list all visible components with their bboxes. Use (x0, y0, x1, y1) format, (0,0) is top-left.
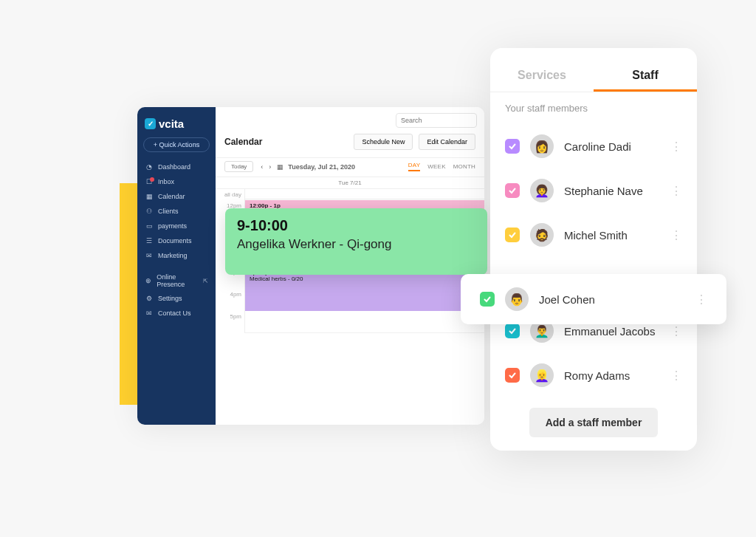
all-day-label: all day (216, 189, 245, 200)
brand: ✓ vcita (143, 117, 210, 130)
sidebar-item-label: Calendar (158, 193, 185, 200)
globe-icon: ⊕ (145, 276, 152, 285)
today-button[interactable]: Today (224, 161, 253, 172)
featured-event-card[interactable]: 9-10:00 Angelika Werkner - Qi-gong (225, 208, 487, 275)
external-link-icon: ⇱ (203, 278, 208, 284)
view-tab-day[interactable]: DAY (408, 162, 420, 171)
sidebar-item-label: Marketing (158, 252, 188, 259)
schedule-new-button[interactable]: Schedule New (354, 134, 413, 150)
checkbox-icon[interactable] (505, 139, 520, 154)
card-icon: ▭ (145, 222, 154, 230)
current-date-label: Tuesday, Jul 21, 2020 (288, 163, 355, 171)
prev-day-button[interactable]: ‹ (258, 163, 266, 171)
staff-name: Caroline Dadi (564, 140, 660, 153)
staff-subtitle: Your staff members (505, 103, 682, 114)
sidebar-item-marketing[interactable]: ✉ Marketing (143, 248, 210, 263)
sidebar-item-settings[interactable]: ⚙ Settings (143, 291, 210, 306)
page-title: Calendar (224, 137, 262, 147)
tab-services[interactable]: Services (490, 64, 594, 92)
view-tab-week[interactable]: WEEK (427, 163, 445, 170)
search-input[interactable] (396, 113, 477, 128)
avatar: 👱‍♀️ (530, 363, 554, 387)
calendar-controls: Today ‹ › ▦ Tuesday, Jul 21, 2020 DAY WE… (216, 157, 484, 177)
staff-name: Joel Cohen (539, 293, 685, 306)
sidebar-item-documents[interactable]: ☰ Documents (143, 233, 210, 248)
tab-staff[interactable]: Staff (594, 64, 697, 92)
more-options-icon[interactable]: ⋮ (670, 140, 682, 154)
sidebar-item-dashboard[interactable]: ◔ Dashboard (143, 160, 210, 174)
sidebar-item-label: Online Presence (157, 273, 199, 288)
hour-label: 4pm (216, 289, 245, 311)
sidebar-item-online-presence[interactable]: ⊕ Online Presence ⇱ (143, 270, 210, 291)
sidebar-item-label: Inbox (158, 178, 174, 185)
brand-name: vcita (159, 117, 184, 130)
brand-logo-icon: ✓ (145, 118, 156, 129)
avatar: 👨 (505, 287, 529, 311)
featured-event-title: Angelika Werkner - Qi-gong (237, 237, 475, 252)
featured-event-time: 9-10:00 (237, 217, 475, 234)
sidebar-item-label: Dashboard (158, 163, 190, 171)
hour-label: 5pm (216, 311, 245, 333)
add-staff-button[interactable]: Add a staff member (529, 408, 659, 437)
people-icon: ⚇ (145, 207, 154, 216)
staff-name: Emmanuel Jacobs (564, 325, 660, 338)
staff-name: Stephanie Nave (564, 185, 660, 197)
more-options-icon[interactable]: ⋮ (670, 228, 682, 242)
sidebar-item-payments[interactable]: ▭ payments (143, 219, 210, 233)
quick-actions-button[interactable]: Quick Actions (143, 137, 210, 152)
sidebar: ✓ vcita Quick Actions ◔ Dashboard ☐ Inbo… (137, 107, 216, 425)
staff-name: Romy Adams (564, 369, 660, 382)
day-header: Tue 7/21 (216, 177, 484, 189)
checkbox-icon[interactable] (505, 228, 520, 242)
all-day-row: all day (216, 189, 484, 200)
megaphone-icon: ✉ (145, 251, 154, 260)
sidebar-item-contact-us[interactable]: ✉ Contact Us (143, 306, 210, 321)
calendar-icon: ▦ (145, 192, 154, 201)
sidebar-item-label: Clients (158, 208, 179, 215)
gauge-icon: ◔ (145, 163, 154, 171)
mail-icon: ✉ (145, 309, 154, 318)
checkbox-icon[interactable] (505, 368, 520, 383)
staff-row[interactable]: 👩Caroline Dadi⋮ (505, 124, 682, 168)
checkbox-icon[interactable] (505, 324, 520, 338)
staff-panel: Services Staff Your staff members 👩Carol… (490, 48, 697, 451)
sidebar-item-calendar[interactable]: ▦ Calendar (143, 189, 210, 204)
staff-row[interactable]: 👱‍♀️Romy Adams⋮ (505, 353, 682, 397)
sidebar-item-label: Documents (158, 237, 192, 244)
checkbox-icon[interactable] (505, 183, 520, 198)
staff-row[interactable]: 🧔Michel Smith⋮ (505, 213, 682, 257)
sidebar-item-inbox[interactable]: ☐ Inbox (143, 174, 210, 189)
more-options-icon[interactable]: ⋮ (695, 293, 707, 307)
sidebar-item-label: payments (158, 222, 187, 230)
sidebar-item-clients[interactable]: ⚇ Clients (143, 204, 210, 219)
event-title: Medical herbs - 0/20 (250, 276, 480, 282)
avatar: 👩 (530, 134, 554, 158)
inbox-icon: ☐ (145, 177, 154, 186)
document-icon: ☰ (145, 236, 154, 245)
staff-row[interactable]: 👨Joel Cohen⋮ (461, 274, 726, 324)
more-options-icon[interactable]: ⋮ (670, 324, 682, 338)
checkbox-icon[interactable] (480, 292, 495, 307)
view-tab-month[interactable]: MONTH (453, 163, 475, 170)
edit-calendar-button[interactable]: Edit Calendar (419, 134, 475, 150)
avatar: 👩‍🦱 (530, 179, 554, 202)
more-options-icon[interactable]: ⋮ (670, 369, 682, 383)
gear-icon: ⚙ (145, 294, 154, 303)
calendar-picker-icon[interactable]: ▦ (277, 163, 284, 171)
next-day-button[interactable]: › (266, 163, 274, 171)
avatar: 🧔 (530, 223, 554, 247)
staff-name: Michel Smith (564, 229, 660, 242)
sidebar-item-label: Settings (158, 295, 182, 302)
sidebar-item-label: Contact Us (158, 309, 191, 317)
staff-row[interactable]: 👩‍🦱Stephanie Nave⋮ (505, 168, 682, 213)
more-options-icon[interactable]: ⋮ (670, 184, 682, 198)
